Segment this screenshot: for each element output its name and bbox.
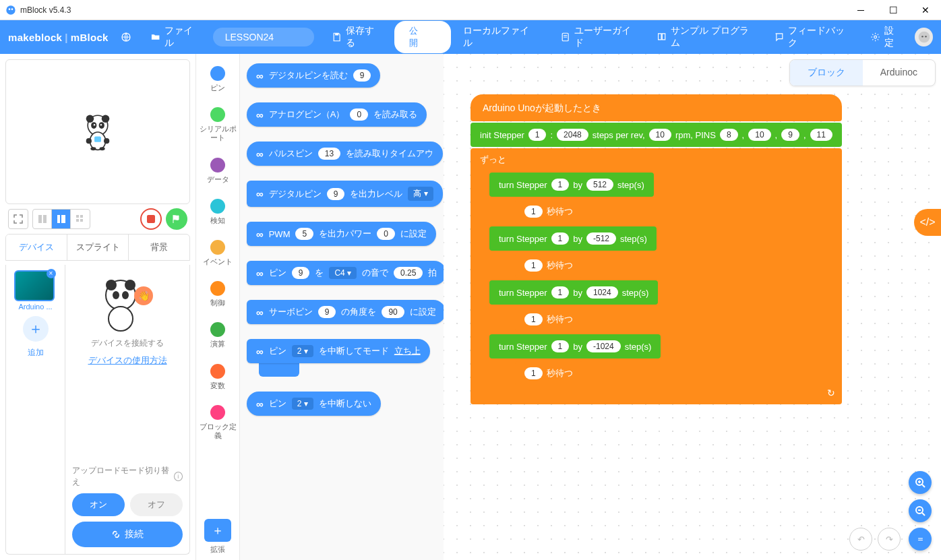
category-ピン[interactable]: ピン	[196, 61, 239, 102]
palette-block[interactable]: ∞デジタルピン9を出力レベル高 ▾	[247, 181, 443, 207]
zoom-in-button[interactable]	[909, 471, 932, 494]
size-large-button[interactable]	[71, 210, 90, 228]
user-avatar[interactable]	[915, 28, 933, 46]
window-controls: ─ ☐ ✕	[851, 0, 936, 20]
feedback-button[interactable]: フィードバック	[767, 22, 858, 52]
category-検知[interactable]: 検知	[196, 193, 239, 235]
publish-button[interactable]: 公 開	[394, 21, 451, 53]
tab-backdrop[interactable]: 背景	[129, 235, 189, 260]
palette-block[interactable]: ∞パルスピン13を読み取りタイムアウ	[247, 142, 443, 166]
svg-rect-30	[80, 219, 83, 222]
link-icon	[111, 530, 121, 539]
wait-block[interactable]: 1秒待つ	[515, 361, 582, 385]
local-file-button[interactable]: ローカルファイル	[456, 22, 543, 52]
device-item-label: Arduino ...	[14, 303, 57, 311]
user-guide-button[interactable]: ユーザーガイド	[553, 22, 644, 52]
tab-sprite[interactable]: スプライト	[67, 235, 129, 260]
add-device-button[interactable]: ＋	[23, 316, 49, 342]
script-canvas[interactable]: ブロック Arduinoc Arduino Unoが起動したとき init St…	[444, 54, 941, 560]
category-label: 演算	[209, 340, 226, 348]
category-label: 検知	[209, 216, 226, 225]
device-item-arduino[interactable]: × Arduino ...	[14, 270, 57, 311]
palette-block[interactable]: ∞デジタルピンを読む9	[247, 63, 380, 88]
category-dot	[210, 322, 225, 337]
grid-med-icon	[57, 214, 66, 224]
save-button[interactable]: 保存する	[325, 22, 389, 52]
svg-point-16	[100, 124, 102, 125]
project-name-input[interactable]: LESSON24	[213, 28, 314, 46]
maximize-button[interactable]: ☐	[883, 0, 903, 20]
extension-button[interactable]: ＋	[204, 519, 231, 542]
zoom-controls: ＝	[909, 471, 932, 551]
category-変数[interactable]: 変数	[196, 359, 239, 400]
block-palette: ∞デジタルピンを読む9∞アナログピン（A）0を読み取る∞パルスピン13を読み取り…	[240, 54, 444, 560]
code-toggle-fab[interactable]: </>	[914, 209, 941, 236]
wait-block[interactable]: 1秒待つ	[515, 253, 582, 278]
brand-logo: makeblock|mBlock	[8, 32, 109, 43]
connect-button[interactable]: 接続	[72, 522, 183, 547]
svg-point-1	[9, 8, 11, 10]
category-label: ブロック定義	[196, 423, 239, 440]
close-button[interactable]: ✕	[915, 0, 936, 20]
wait-block[interactable]: 1秒待つ	[515, 307, 582, 332]
app-header: makeblock|mBlock ファイル LESSON24 保存する 公 開 …	[0, 20, 941, 54]
run-flag-button[interactable]	[166, 208, 187, 230]
category-演算[interactable]: 演算	[196, 317, 239, 358]
zoom-out-button[interactable]	[909, 499, 932, 522]
palette-block[interactable]: ∞ピン2 ▾を中断してモード立ち上	[247, 339, 430, 363]
zoom-reset-button[interactable]: ＝	[909, 528, 932, 551]
tab-device[interactable]: デバイス	[6, 235, 67, 260]
helper-illustration: 👋	[94, 272, 161, 332]
svg-rect-29	[76, 219, 79, 222]
forever-label: ずっと	[470, 148, 842, 170]
palette-block[interactable]: ∞サーボピン9の角度を90に設定	[247, 300, 444, 324]
turn-stepper-block[interactable]: turn Stepper1by1024step(s)	[489, 280, 658, 305]
stop-button[interactable]	[140, 208, 162, 230]
toggle-off-button[interactable]: オフ	[130, 493, 183, 516]
file-menu[interactable]: ファイル	[144, 22, 208, 52]
extension-label: 拡張	[210, 545, 225, 555]
category-dot	[210, 199, 225, 214]
samples-button[interactable]: サンプル プログラム	[650, 22, 762, 52]
category-ブロック定義[interactable]: ブロック定義	[196, 400, 239, 449]
category-制御[interactable]: 制御	[196, 276, 239, 317]
category-シリアルポート[interactable]: シリアルポート	[196, 102, 239, 152]
avatar-icon	[917, 30, 931, 44]
settings-button[interactable]: 設定	[863, 22, 909, 52]
category-dot	[210, 240, 225, 255]
hat-block[interactable]: Arduino Unoが起動したとき	[470, 94, 842, 121]
category-データ[interactable]: データ	[196, 152, 239, 193]
wait-block[interactable]: 1秒待つ	[515, 199, 582, 224]
redo-button[interactable]: ↷	[878, 528, 901, 551]
device-usage-link[interactable]: デバイスの使用方法	[88, 354, 167, 367]
toggle-on-button[interactable]: オン	[72, 493, 125, 516]
palette-block[interactable]: ∞ピン9をC4 ▾の音で0.25拍	[247, 261, 444, 285]
size-small-button[interactable]	[33, 210, 52, 228]
tab-blocks[interactable]: ブロック	[790, 60, 863, 86]
undo-redo: ↶ ↷	[849, 528, 901, 551]
upload-toggle: オン オフ	[72, 493, 183, 516]
undo-button[interactable]: ↶	[849, 528, 872, 551]
book-icon	[657, 32, 667, 42]
language-button[interactable]	[114, 29, 138, 45]
size-medium-button[interactable]	[52, 210, 71, 228]
forever-block[interactable]: ずっと turn Stepper1by512step(s)1秒待つturn St…	[470, 148, 842, 404]
fullscreen-button[interactable]	[9, 210, 28, 228]
turn-stepper-block[interactable]: turn Stepper1by-512step(s)	[489, 226, 657, 251]
minimize-button[interactable]: ─	[851, 0, 871, 20]
device-remove-icon[interactable]: ×	[47, 269, 56, 278]
category-イベント[interactable]: イベント	[196, 235, 239, 276]
turn-stepper-block[interactable]: turn Stepper1by512step(s)	[489, 173, 654, 197]
turn-stepper-block[interactable]: turn Stepper1by-1024step(s)	[489, 334, 661, 359]
palette-block[interactable]: ∞ピン2 ▾を中断しない	[247, 392, 381, 416]
left-panel: デバイス スプライト 背景 × Arduino ... ＋ 追加 👋 デバイスを…	[0, 54, 195, 560]
palette-block[interactable]: ∞PWM5を出力パワー0に設定	[247, 222, 436, 246]
info-icon[interactable]: i	[174, 472, 183, 481]
tab-arduino-code[interactable]: Arduinoc	[863, 60, 935, 86]
init-stepper-block[interactable]: init Stepper 1 : 2048 steps per rev, 10 …	[470, 123, 842, 147]
category-dot	[210, 158, 225, 173]
script-stack[interactable]: Arduino Unoが起動したとき init Stepper 1 : 2048…	[470, 94, 842, 404]
svg-point-9	[925, 36, 927, 38]
palette-block[interactable]: ∞アナログピン（A）0を読み取る	[247, 102, 427, 127]
device-body: × Arduino ... ＋ 追加 👋 デバイスを接続する デバイスの使用方法…	[5, 265, 190, 555]
